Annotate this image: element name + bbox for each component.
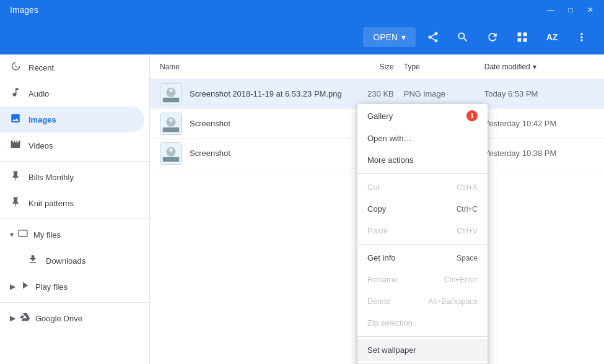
sidebar-item-knit-patterns[interactable]: Knit patterns bbox=[0, 190, 144, 216]
context-menu-item-open-with[interactable]: Open with… bbox=[357, 128, 488, 149]
gallery-badge: 1 bbox=[466, 110, 478, 121]
window-controls: — □ ✕ bbox=[542, 1, 599, 19]
maximize-button[interactable]: □ bbox=[562, 1, 579, 19]
context-menu: Gallery 1 Open with… More actions Cut Ct… bbox=[357, 104, 488, 364]
paste-label: Paste bbox=[367, 226, 388, 235]
file-date: Yesterday 10:42 PM bbox=[484, 119, 604, 128]
content-header: Name Size Type Date modified ▾ bbox=[150, 54, 604, 79]
content-area: Name Size Type Date modified ▾ bbox=[150, 54, 604, 364]
sidebar-item-bills-monthly-label: Bills Monthly bbox=[28, 173, 74, 182]
col-type-header: Type bbox=[404, 63, 484, 71]
app-title: Images bbox=[5, 5, 38, 15]
google-drive-expand-icon: ▶ bbox=[10, 314, 15, 323]
svg-point-6 bbox=[169, 118, 173, 122]
my-files-icon bbox=[17, 228, 28, 241]
file-type: PNG image bbox=[404, 89, 484, 98]
sidebar-item-videos[interactable]: Videos bbox=[0, 132, 144, 158]
context-menu-divider-3 bbox=[357, 336, 488, 337]
audio-icon bbox=[10, 87, 21, 100]
sidebar-item-bills-monthly[interactable]: Bills Monthly bbox=[0, 164, 144, 190]
delete-label: Delete bbox=[367, 297, 391, 306]
pin-icon-knit bbox=[10, 196, 21, 210]
get-info-label: Get info bbox=[367, 253, 396, 262]
context-menu-item-zip: Zip selection bbox=[357, 312, 488, 334]
sidebar-item-google-drive[interactable]: ▶ Google Drive bbox=[0, 305, 144, 331]
gallery-label: Gallery bbox=[367, 111, 393, 121]
sidebar-item-videos-label: Videos bbox=[28, 141, 53, 150]
set-wallpaper-label: Set wallpaper bbox=[367, 345, 416, 355]
search-button[interactable] bbox=[450, 25, 475, 50]
sidebar-item-my-files[interactable]: ▾ My files bbox=[0, 222, 144, 248]
svg-rect-7 bbox=[163, 127, 179, 132]
sort-desc-icon: ▾ bbox=[533, 63, 536, 71]
my-files-expand-icon: ▾ bbox=[10, 230, 14, 239]
file-size: 230 KB bbox=[342, 89, 404, 98]
sidebar-divider-3 bbox=[0, 302, 149, 303]
context-menu-item-cut: Cut Ctrl+X bbox=[357, 176, 488, 198]
svg-rect-11 bbox=[163, 157, 179, 162]
paste-shortcut: Ctrl+V bbox=[457, 227, 478, 235]
sidebar-item-audio[interactable]: Audio bbox=[0, 80, 144, 106]
sidebar-divider-1 bbox=[0, 161, 149, 162]
rename-label: Rename bbox=[367, 275, 398, 284]
cut-label: Cut bbox=[367, 183, 380, 192]
file-name: Screenshot 2018-11-19 at 6.53.23 PM.png bbox=[190, 89, 342, 98]
file-thumbnail bbox=[160, 113, 182, 135]
refresh-button[interactable] bbox=[480, 25, 505, 50]
open-with-label: Open with… bbox=[367, 134, 412, 143]
context-menu-divider-2 bbox=[357, 244, 488, 245]
file-name: Screenshot bbox=[190, 119, 342, 128]
context-menu-item-gallery[interactable]: Gallery 1 bbox=[357, 104, 488, 128]
context-menu-item-copy[interactable]: Copy Ctrl+C bbox=[357, 198, 488, 220]
chevron-down-icon: ▾ bbox=[401, 32, 406, 42]
context-menu-item-rename: Rename Ctrl+Enter bbox=[357, 269, 488, 290]
share-button[interactable] bbox=[421, 25, 445, 50]
sidebar-item-downloads[interactable]: Downloads bbox=[15, 248, 144, 274]
file-name: Screenshot bbox=[190, 149, 342, 158]
sidebar-item-recent[interactable]: Recent bbox=[0, 54, 144, 80]
sidebar-item-recent-label: Recent bbox=[28, 63, 54, 72]
cut-shortcut: Ctrl+X bbox=[457, 183, 478, 192]
sidebar-item-images[interactable]: Images bbox=[0, 106, 144, 132]
svg-rect-3 bbox=[163, 97, 179, 102]
delete-shortcut: Alt+Backspace bbox=[428, 297, 478, 306]
file-thumbnail bbox=[160, 83, 182, 105]
zip-label: Zip selection bbox=[367, 318, 413, 327]
sidebar-item-knit-patterns-label: Knit patterns bbox=[28, 199, 74, 208]
recent-icon bbox=[10, 61, 21, 74]
more-actions-label: More actions bbox=[367, 155, 413, 165]
context-menu-item-more-actions[interactable]: More actions bbox=[357, 149, 488, 171]
svg-point-2 bbox=[169, 89, 173, 92]
images-icon bbox=[10, 113, 21, 126]
png-preview bbox=[160, 113, 182, 135]
google-drive-icon bbox=[19, 311, 30, 325]
png-preview bbox=[160, 142, 182, 165]
sidebar-item-images-label: Images bbox=[28, 115, 56, 124]
pin-icon-bills bbox=[10, 170, 21, 184]
my-files-label: My files bbox=[33, 230, 61, 240]
sort-button[interactable]: AZ bbox=[540, 25, 564, 50]
context-menu-item-set-wallpaper[interactable]: Set wallpaper bbox=[357, 339, 488, 361]
svg-point-10 bbox=[169, 148, 173, 152]
sidebar-item-downloads-label: Downloads bbox=[46, 256, 85, 266]
grid-button[interactable] bbox=[510, 25, 535, 50]
rename-shortcut: Ctrl+Enter bbox=[444, 275, 478, 284]
sidebar-divider-2 bbox=[0, 219, 149, 219]
play-files-label: Play files bbox=[35, 282, 68, 292]
close-button[interactable]: ✕ bbox=[582, 1, 599, 19]
more-options-button[interactable] bbox=[569, 25, 594, 50]
sidebar-item-audio-label: Audio bbox=[28, 89, 49, 98]
context-menu-item-get-info[interactable]: Get info Space bbox=[357, 247, 488, 269]
minimize-button[interactable]: — bbox=[542, 1, 559, 19]
main-layout: Recent Audio Images Videos Bills Mont bbox=[0, 54, 604, 364]
sidebar: Recent Audio Images Videos Bills Mont bbox=[0, 54, 150, 364]
downloads-icon bbox=[27, 254, 38, 267]
play-files-icon bbox=[19, 280, 30, 293]
get-info-shortcut: Space bbox=[457, 254, 478, 262]
toolbar: OPEN ▾ AZ bbox=[0, 20, 604, 54]
sidebar-item-play-files[interactable]: ▶ Play files bbox=[0, 274, 144, 300]
sort-label: AZ bbox=[546, 32, 558, 42]
toolbar-right: OPEN ▾ AZ bbox=[363, 25, 594, 50]
open-button[interactable]: OPEN ▾ bbox=[363, 27, 416, 47]
copy-shortcut: Ctrl+C bbox=[457, 205, 478, 214]
